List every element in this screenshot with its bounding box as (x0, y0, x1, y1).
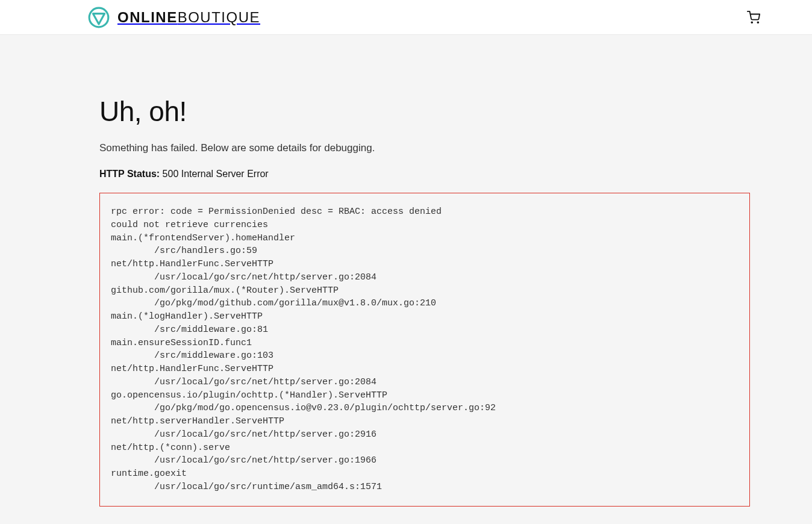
svg-point-2 (757, 22, 758, 23)
svg-point-1 (751, 22, 752, 23)
brand-thin: BOUTIQUE (178, 9, 260, 25)
brand-bold: ONLINE (117, 9, 178, 25)
http-status-label: HTTP Status: (99, 169, 160, 179)
main-content: Uh, oh! Something has failed. Below are … (0, 35, 812, 507)
brand-link[interactable]: ONLINEBOUTIQUE (87, 6, 260, 29)
brand-logo-icon (87, 6, 110, 29)
error-subtext: Something has failed. Below are some det… (99, 142, 752, 154)
top-header: ONLINEBOUTIQUE (0, 0, 812, 35)
brand-text: ONLINEBOUTIQUE (117, 9, 260, 26)
http-status-line: HTTP Status: 500 Internal Server Error (99, 169, 752, 179)
cart-button[interactable] (743, 7, 764, 28)
cart-icon (747, 11, 760, 24)
error-heading: Uh, oh! (99, 95, 752, 128)
http-status-value: 500 Internal Server Error (163, 169, 269, 179)
stack-trace: rpc error: code = PermissionDenied desc … (99, 193, 750, 507)
